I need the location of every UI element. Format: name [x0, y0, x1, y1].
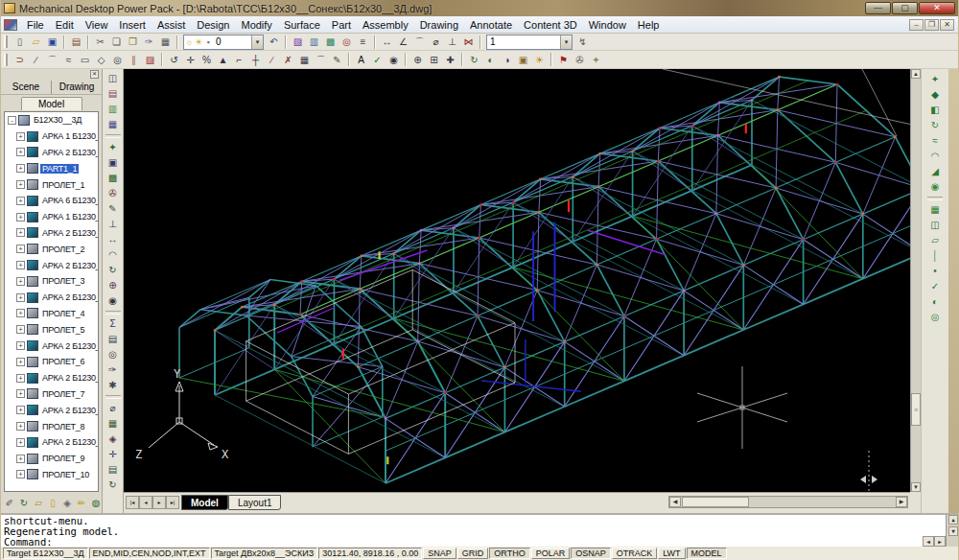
base-feature-icon[interactable]: ◆	[924, 87, 946, 103]
text-icon[interactable]: A	[353, 53, 369, 67]
toggle-ortho[interactable]: ORTHO	[489, 548, 529, 559]
menu-design[interactable]: Design	[191, 18, 235, 32]
match-properties-icon[interactable]: ✑	[141, 35, 157, 49]
shade-icon[interactable]: ◑	[499, 53, 515, 67]
command-scroll-down-icon[interactable]: ▼	[948, 526, 958, 536]
menu-insert[interactable]: Insert	[113, 18, 152, 32]
trim-icon[interactable]: ∕	[264, 53, 280, 67]
tree-item-пролет_4[interactable]: +ПРОЛЕТ_4	[5, 306, 98, 322]
constraints-icon[interactable]: ⊥	[105, 217, 122, 232]
view-part-icon[interactable]: ◐	[924, 294, 946, 310]
tree-item-пролет_6[interactable]: +ПРОЛЕТ_6	[5, 354, 98, 370]
menu-part[interactable]: Part	[326, 18, 357, 32]
expand-icon[interactable]: +	[16, 374, 25, 383]
menu-drawing[interactable]: Drawing	[414, 18, 464, 32]
radius-dimension-icon[interactable]: ⌒	[411, 35, 428, 49]
tree-item-б12х30__3д[interactable]: -Б12Х30__3Д	[5, 112, 98, 128]
expand-icon[interactable]: +	[16, 470, 25, 478]
expand-icon[interactable]: +	[16, 277, 25, 286]
datum-icon[interactable]: ⊥	[444, 35, 460, 49]
highlight-browser-icon[interactable]: ✏	[75, 496, 88, 510]
tree-item-пролет_8[interactable]: +ПРОЛЕТ_8	[5, 418, 98, 434]
tree-item-пролет_7[interactable]: +ПРОЛЕТ_7	[5, 386, 98, 403]
dview-icon[interactable]: ◐	[482, 53, 499, 67]
menu-edit[interactable]: Edit	[50, 18, 80, 32]
tree-item-арка 2 б1230_1[interactable]: +АРКА 2 Б1230_1	[5, 145, 98, 161]
symmetry-icon[interactable]: ⋈	[460, 35, 477, 49]
command-prompt[interactable]: Command:	[4, 537, 943, 548]
expand-icon[interactable]: +	[16, 455, 25, 463]
power-dimension-icon[interactable]: ↔	[379, 35, 395, 49]
mass-properties-icon[interactable]: Σ	[105, 316, 122, 332]
layer-dropdown[interactable]: ☼☀▪0▾	[183, 35, 264, 50]
layer-manager-icon[interactable]: ▥	[306, 35, 322, 49]
light-icon[interactable]: ☀	[531, 53, 548, 67]
tree-item-пролет_3[interactable]: +ПРОЛЕТ_3	[5, 273, 98, 290]
redraw-icon[interactable]: ↻	[105, 478, 122, 493]
toolbar-grip[interactable]	[4, 35, 9, 48]
arc-icon[interactable]: ⌒	[44, 53, 60, 67]
tab-nav-button-1[interactable]: ◂	[139, 496, 152, 509]
tab-nav-button-2[interactable]: ▸	[152, 496, 166, 509]
expand-icon[interactable]: +	[16, 197, 25, 205]
flag-icon[interactable]: ⚑	[555, 53, 572, 67]
annotation-view-icon[interactable]: ✑	[105, 362, 122, 378]
tape-icon[interactable]: ✇	[572, 53, 588, 67]
menu-assist[interactable]: Assist	[152, 18, 191, 32]
offset-icon[interactable]: ⌐	[231, 53, 247, 67]
spline-icon[interactable]: ≈	[60, 53, 77, 67]
options-icon[interactable]: ✱	[105, 378, 122, 393]
erase-browser-icon[interactable]: ✐	[3, 496, 16, 510]
expand-icon[interactable]: +	[16, 293, 25, 302]
calculator-icon[interactable]: ▦	[105, 416, 122, 432]
toggle-grid[interactable]: GRID	[457, 548, 489, 559]
expand-icon[interactable]: +	[16, 213, 25, 222]
tree-item-арка 6 б1230_1[interactable]: +АРКА 6 Б1230_1	[5, 193, 98, 209]
move-icon[interactable]: ✛	[182, 53, 199, 67]
text-style-dropdown[interactable]: 1▾	[486, 35, 573, 50]
command-scroll-up-icon[interactable]: ▲	[948, 515, 958, 525]
feature-icon[interactable]: ✇	[105, 186, 122, 201]
document-window-icon[interactable]	[4, 19, 17, 31]
scale-icon[interactable]: %	[199, 53, 215, 67]
menu-assembly[interactable]: Assembly	[357, 18, 414, 32]
layer-isolate-icon[interactable]: ◎	[339, 35, 355, 49]
power-edit-icon[interactable]: ↯	[574, 35, 591, 49]
erase-icon[interactable]: ✗	[280, 53, 296, 67]
expand-icon[interactable]: +	[16, 406, 25, 414]
revolve-icon[interactable]: ↻	[924, 118, 946, 133]
shell-icon[interactable]: ◫	[924, 218, 946, 233]
tree-item-пролет_2[interactable]: +ПРОЛЕТ_2	[5, 241, 98, 257]
scroll-up-icon[interactable]: ▲	[911, 69, 921, 79]
expand-icon[interactable]: +	[16, 325, 25, 334]
save-icon[interactable]: ▣	[44, 35, 60, 49]
viewport-vertical-scrollbar[interactable]: ▲ ≡ ▼	[910, 69, 921, 492]
circle-icon[interactable]: ◎	[109, 53, 126, 67]
tree-item-арка 2 б1230_7[interactable]: +АРКА 2 Б1230_7	[5, 370, 98, 386]
expand-icon[interactable]: +	[16, 148, 25, 156]
tree-item-арка 2 б1230_9[interactable]: +АРКА 2 Б1230_9	[5, 434, 98, 451]
copy-icon[interactable]: ❏	[108, 35, 125, 49]
layer-states-icon[interactable]: ▩	[322, 35, 339, 49]
polygon-icon[interactable]: ◇	[93, 53, 109, 67]
mdi-restore-button[interactable]: ❐	[924, 19, 939, 31]
menu-help[interactable]: Help	[632, 18, 666, 32]
mdi-close-button[interactable]: ✕	[940, 19, 954, 31]
vertical-scroll-thumb[interactable]: ≡	[911, 393, 921, 426]
array-icon[interactable]: ▦	[296, 53, 313, 67]
expand-icon[interactable]: +	[16, 438, 25, 447]
sketch-profile-icon[interactable]: ⊃	[12, 53, 28, 67]
orbit-icon[interactable]: ↻	[466, 53, 482, 67]
zoom-in-icon[interactable]: ⊕	[409, 53, 426, 67]
named-views-icon[interactable]: ▤	[105, 462, 122, 478]
maximize-button[interactable]: ▢	[892, 2, 918, 14]
hole-icon[interactable]: ◉	[924, 179, 946, 195]
tab-nav-button-3[interactable]: ▸|	[166, 496, 179, 509]
tree-item-арка 2 б1230_2[interactable]: +АРКА 2 Б1230_2	[5, 225, 98, 242]
surface-tool-icon[interactable]: ◠	[105, 247, 122, 263]
layer-match-icon[interactable]: ▨	[290, 35, 306, 49]
tree-item-арка 2 б1230_3[interactable]: +АРКА 2 Б1230_3	[5, 257, 98, 273]
scene-tool-icon[interactable]: ▤	[105, 86, 122, 102]
toolbody-icon[interactable]: ▩	[105, 171, 122, 186]
expand-icon[interactable]: +	[16, 389, 25, 398]
